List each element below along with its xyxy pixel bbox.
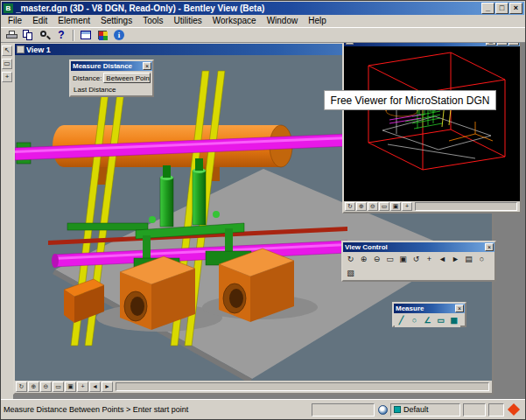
fit-view-icon[interactable]: ▣ <box>396 253 410 266</box>
menu-tools[interactable]: Tools <box>137 15 168 27</box>
measure-area-icon[interactable]: ▦ <box>447 314 460 327</box>
measure-palette-close-button[interactable]: × <box>455 304 464 312</box>
bentley-view-app-window: B _master.dgn (3D - V8 DGN, Read-Only) -… <box>0 0 526 420</box>
measure-radius-icon[interactable]: ○ <box>408 314 421 327</box>
menubar: File Edit Element Settings Tools Utiliti… <box>1 15 525 27</box>
measure-palette-titlebar[interactable]: Measure × <box>394 304 465 313</box>
active-level-field[interactable]: Default <box>390 403 460 416</box>
fence-icon[interactable]: ▭ <box>2 59 12 69</box>
minimize-button[interactable]: _ <box>481 3 494 14</box>
measure-length-icon[interactable]: ▭ <box>434 314 447 327</box>
zoom-out-icon[interactable]: ⊖ <box>370 253 383 266</box>
zoom-out-icon[interactable]: ⊖ <box>368 202 378 211</box>
window-area-icon[interactable]: ▭ <box>53 382 64 392</box>
statusbar: Measure Distance Between Points > Enter … <box>1 399 525 419</box>
pan-view-icon[interactable]: + <box>402 202 412 211</box>
status-lock-field[interactable] <box>463 403 486 416</box>
measure-distance-titlebar[interactable]: Measure Distance × <box>71 61 152 71</box>
measure-distance-title: Measure Distance <box>73 62 142 70</box>
snap-cross-icon[interactable]: + <box>2 72 12 82</box>
zoom-out-icon[interactable]: ⊖ <box>40 382 52 392</box>
menu-edit[interactable]: Edit <box>27 15 53 27</box>
measure-palette-row: ╱ ○ ∠ ▭ ▦ <box>394 313 465 327</box>
pan-view-icon[interactable]: + <box>423 253 436 266</box>
left-tool-strip: ↖ ▭ + <box>1 44 13 401</box>
menu-workspace[interactable]: Workspace <box>207 15 262 27</box>
view2-window: View 2 - Isometric _ □ × <box>342 33 522 214</box>
menu-file[interactable]: File <box>3 15 27 27</box>
status-message: Measure Distance Between Points > Enter … <box>4 405 309 414</box>
view2-border-toolbar: ↻ ⊕ ⊖ ▭ ▣ + <box>344 201 520 212</box>
app-title: _master.dgn (3D - V8 DGN, Read-Only) - B… <box>16 4 480 13</box>
view2-horizontal-scrollbar[interactable] <box>415 202 517 211</box>
menu-utilities[interactable]: Utilities <box>169 15 207 27</box>
view-control-title: View Control <box>345 243 484 251</box>
bentley-app-icon: B <box>4 4 13 13</box>
distance-mode-dropdown[interactable]: Between Points <box>103 73 151 83</box>
window-area-icon[interactable]: ▭ <box>379 202 389 211</box>
colors-icon[interactable] <box>95 28 110 42</box>
view-control-titlebar[interactable]: View Control × <box>343 242 494 252</box>
status-snap-field[interactable] <box>312 403 375 416</box>
menu-element[interactable]: Element <box>53 15 95 27</box>
zoom-in-icon[interactable]: ⊕ <box>357 253 370 266</box>
app-titlebar[interactable]: B _master.dgn (3D - V8 DGN, Read-Only) -… <box>2 2 524 15</box>
view-control-palette: View Control × ↻ ⊕ ⊖ ▭ ▣ ↺ + ◄ ► ▤ ○ ▧ <box>341 241 496 282</box>
view2-canvas[interactable] <box>344 46 520 201</box>
update-view-icon[interactable]: ↻ <box>16 382 27 392</box>
zoom-in-icon[interactable]: ⊕ <box>28 382 39 392</box>
view-perspective-icon[interactable]: ○ <box>475 253 488 266</box>
view-window-icon <box>17 46 25 53</box>
fit-view-icon[interactable]: ▣ <box>65 382 76 392</box>
update-view-icon[interactable]: ↻ <box>344 253 357 266</box>
view2-scene[interactable] <box>344 46 520 201</box>
menu-settings[interactable]: Settings <box>95 15 137 27</box>
update-view-icon[interactable]: ↻ <box>345 202 355 211</box>
status-extra-field[interactable] <box>488 403 504 416</box>
view2-background <box>344 46 520 201</box>
distance-mode-value: Between Points <box>106 74 151 82</box>
copy-icon[interactable] <box>20 28 36 42</box>
bentley-alert-icon[interactable] <box>508 403 520 416</box>
view-control-row1: ↻ ⊕ ⊖ ▭ ▣ ↺ + ◄ ► ▤ ○ <box>343 252 494 266</box>
accusnap-icon[interactable] <box>378 405 388 415</box>
copy-view-icon[interactable]: ▤ <box>462 253 475 266</box>
distance-label: Distance: <box>73 74 102 82</box>
preview-icon[interactable] <box>37 28 53 42</box>
last-distance-label: Last Distance <box>74 86 152 94</box>
measure-distance-dialog: Measure Distance × Distance: Between Poi… <box>69 60 154 97</box>
view-previous-icon[interactable]: ◄ <box>436 253 449 266</box>
select-pointer-icon[interactable]: ↖ <box>2 46 12 56</box>
measure-distance-icon[interactable]: ╱ <box>395 314 408 327</box>
navigate-view-icon[interactable]: ▧ <box>344 267 357 280</box>
active-level-label: Default <box>403 405 429 414</box>
menu-window[interactable]: Window <box>262 15 304 27</box>
measure-distance-close-button[interactable]: × <box>143 62 151 70</box>
menu-help[interactable]: Help <box>303 15 332 27</box>
view-next-icon[interactable]: ► <box>102 382 113 392</box>
maximize-button[interactable]: □ <box>495 3 508 14</box>
distance-row: Distance: Between Points <box>73 73 151 83</box>
close-button[interactable]: × <box>509 3 522 14</box>
view-control-close-button[interactable]: × <box>485 243 494 251</box>
models-icon[interactable] <box>78 28 94 42</box>
view-control-row2: ▧ <box>343 266 494 280</box>
toolbar-separator <box>73 30 74 41</box>
info-icon[interactable]: i <box>111 28 127 42</box>
pan-view-icon[interactable]: + <box>77 382 88 392</box>
print-icon[interactable] <box>4 28 19 42</box>
view-next-icon[interactable]: ► <box>449 253 462 266</box>
zoom-in-icon[interactable]: ⊕ <box>356 202 367 211</box>
main-toolbar: ? i <box>1 27 525 43</box>
view-previous-icon[interactable]: ◄ <box>89 382 101 392</box>
rotate-view-icon[interactable]: ↺ <box>410 253 423 266</box>
view1-horizontal-scrollbar[interactable] <box>116 382 489 391</box>
fit-view-icon[interactable]: ▣ <box>390 202 401 211</box>
help-icon[interactable]: ? <box>53 28 69 42</box>
active-level-chip <box>394 406 401 413</box>
window-area-icon[interactable]: ▭ <box>383 253 396 266</box>
view1-border-toolbar: ↻ ⊕ ⊖ ▭ ▣ + ◄ ► <box>15 381 492 393</box>
free-viewer-caption: Free Viewer for MicroStation DGN <box>324 90 496 110</box>
measure-palette-title: Measure <box>396 304 454 312</box>
measure-angle-icon[interactable]: ∠ <box>421 314 434 327</box>
